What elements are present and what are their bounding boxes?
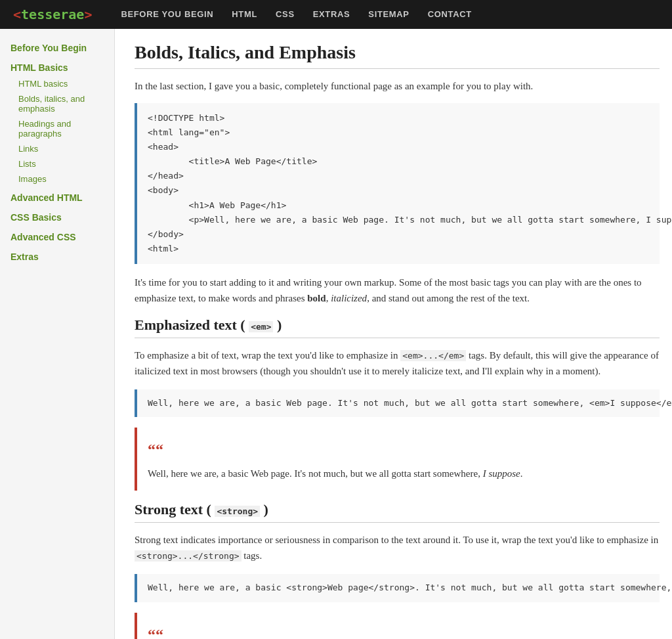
section3-divider xyxy=(135,522,660,523)
em-tag: <em> xyxy=(249,321,273,332)
sidebar-item-html-basics[interactable]: HTML Basics xyxy=(0,59,114,76)
section2-divider xyxy=(135,338,660,338)
main-nav: Before You Begin HTML CSS Extras Sitemap… xyxy=(112,0,480,29)
sidebar: Before You Begin HTML Basics HTML basics… xyxy=(0,29,115,639)
em-inline-code: <em>...</em> xyxy=(400,350,466,361)
section3-intro: Strong text indicates importance or seri… xyxy=(135,532,660,563)
section2-intro: To emphasize a bit of text, wrap the tex… xyxy=(135,347,660,379)
em-quote-text: Well, here we are, a basic Web page. It'… xyxy=(148,468,523,479)
sidebar-section-advanced-html: Advanced HTML xyxy=(0,189,114,206)
logo-bracket-left: < xyxy=(13,7,21,22)
code-block-1: <!DOCTYPE html> <html lang="en"> <head> … xyxy=(135,103,660,264)
quote-mark-2: ““ xyxy=(148,622,649,639)
strong-inline-code: <strong>...</strong> xyxy=(135,550,242,562)
header: <tesserae> Before You Begin HTML CSS Ext… xyxy=(0,0,672,29)
sidebar-item-links[interactable]: Links xyxy=(0,141,114,156)
sidebar-section-advanced-css: Advanced CSS xyxy=(0,229,114,246)
sidebar-item-headings-paragraphs[interactable]: Headings and paragraphs xyxy=(0,116,114,141)
nav-before-you-begin[interactable]: Before You Begin xyxy=(112,0,222,29)
italic-example: italicized xyxy=(331,293,367,303)
sidebar-section-before-you-begin: Before You Begin xyxy=(0,39,114,56)
sidebar-item-css-basics[interactable]: CSS Basics xyxy=(0,209,114,226)
logo-bracket-right: > xyxy=(84,7,92,22)
strong-code-example: Well, here we are, a basic <strong>Web p… xyxy=(135,574,660,602)
sidebar-item-lists[interactable]: Lists xyxy=(0,156,114,171)
em-italic: I suppose xyxy=(483,468,520,479)
page-title: Bolds, Italics, and Emphasis xyxy=(135,42,660,63)
em-quote-block: ““ Well, here we are, a basic Web page. … xyxy=(135,428,660,491)
bold-example: bold xyxy=(307,293,326,303)
nav-html[interactable]: HTML xyxy=(222,0,266,29)
sidebar-item-extras[interactable]: Extras xyxy=(0,248,114,265)
intro-paragraph: In the last section, I gave you a basic,… xyxy=(135,78,660,94)
strong-quote-block: ““ Well, here we are, a basic Web page. … xyxy=(135,613,660,639)
sidebar-item-bolds-italics[interactable]: Bolds, italics, and emphasis xyxy=(0,91,114,116)
sidebar-item-before-you-begin[interactable]: Before You Begin xyxy=(0,39,114,56)
nav-sitemap[interactable]: Sitemap xyxy=(359,0,418,29)
body-text-1: It's time for you to start adding to it … xyxy=(135,275,660,306)
sidebar-section-extras: Extras xyxy=(0,248,114,265)
sidebar-item-images[interactable]: Images xyxy=(0,171,114,187)
nav-extras[interactable]: Extras xyxy=(304,0,360,29)
strong-tag: <strong> xyxy=(215,506,260,517)
logo[interactable]: <tesserae> xyxy=(13,7,92,22)
section3-title: Strong text ( <strong> ) xyxy=(135,501,660,518)
sidebar-item-html-basics-sub[interactable]: HTML basics xyxy=(0,76,114,91)
section2-title: Emphasized text ( <em> ) xyxy=(135,317,660,334)
sidebar-section-css-basics: CSS Basics xyxy=(0,209,114,226)
title-divider xyxy=(135,68,660,69)
em-code-example: Well, here we are, a basic Web page. It'… xyxy=(135,389,660,417)
nav-css[interactable]: CSS xyxy=(266,0,304,29)
layout: Before You Begin HTML Basics HTML basics… xyxy=(0,29,672,639)
sidebar-item-advanced-css[interactable]: Advanced CSS xyxy=(0,229,114,246)
quote-mark-1: ““ xyxy=(148,437,649,462)
sidebar-section-html-basics: HTML Basics HTML basics Bolds, italics, … xyxy=(0,59,114,187)
nav-contact[interactable]: Contact xyxy=(419,0,481,29)
sidebar-item-advanced-html[interactable]: Advanced HTML xyxy=(0,189,114,206)
main-content: Bolds, Italics, and Emphasis In the last… xyxy=(115,29,672,639)
